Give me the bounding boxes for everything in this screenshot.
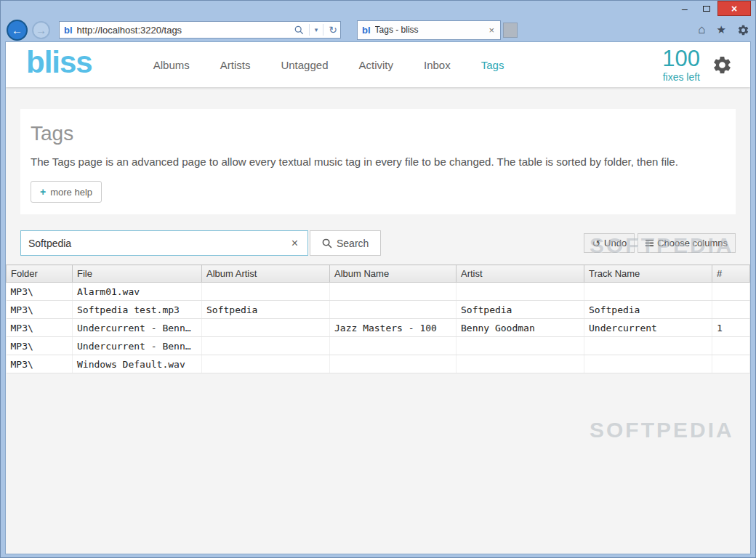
table-cell[interactable]: MP3\ [7,301,73,319]
table-cell[interactable]: MP3\ [7,355,73,373]
table-cell[interactable] [584,337,712,355]
table-cell[interactable] [202,319,330,337]
fixes-left-indicator[interactable]: 100 fixes left [662,47,700,82]
maximize-button[interactable] [696,1,717,16]
table-cell[interactable]: Undercurrent [584,319,712,337]
table-cell[interactable] [457,337,584,355]
browser-tab[interactable]: bl Tags - bliss × [357,20,501,40]
undo-label: Undo [604,238,627,248]
table-cell[interactable] [712,283,750,301]
choose-columns-button[interactable]: Choose columns [638,233,736,253]
table-cell[interactable]: MP3\ [7,319,73,337]
tab-close-icon[interactable]: × [487,25,496,36]
nav-item-untagged[interactable]: Untagged [281,59,328,71]
column-header-album-name[interactable]: Album Name [330,265,457,283]
browser-settings-gear-icon[interactable] [737,24,749,36]
table-row[interactable]: MP3\Undercurrent - Benn…Jazz Masters - 1… [7,319,750,337]
refresh-icon[interactable]: ↻ [329,24,337,36]
table-cell[interactable] [457,283,584,301]
search-button[interactable]: Search [310,230,381,256]
maximize-icon [703,6,710,12]
nav-item-activity[interactable]: Activity [358,59,393,71]
window-controls: – × [674,1,751,16]
site-favicon: bl [64,25,73,36]
tags-table: FolderFileAlbum ArtistAlbum NameArtistTr… [6,264,750,373]
plus-icon: + [40,186,46,198]
column-header-track-name[interactable]: Track Name [584,265,712,283]
page-content: bliss AlbumsArtistsUntaggedActivityInbox… [5,41,751,554]
nav-item-inbox[interactable]: Inbox [424,59,451,71]
table-row[interactable]: MP3\Windows Default.wav [7,355,750,373]
table-cell[interactable] [330,283,457,301]
table-cell[interactable] [712,355,750,373]
url-text[interactable]: http://localhost:3220/tags [77,25,294,36]
home-icon[interactable]: ⌂ [698,23,705,37]
nav-item-albums[interactable]: Albums [153,59,190,71]
table-cell[interactable] [330,301,457,319]
column-header-number[interactable]: # [712,265,750,283]
table-cell[interactable]: Alarm01.wav [73,283,202,301]
table-cell[interactable]: Softpedia test.mp3 [73,301,202,319]
nav-item-artists[interactable]: Artists [220,59,251,71]
table-cell[interactable] [712,337,750,355]
choose-columns-label: Choose columns [657,238,728,248]
table-cell[interactable]: Undercurrent - Benn… [73,337,202,355]
table-cell[interactable]: Windows Default.wav [73,355,202,373]
table-cell[interactable] [202,337,330,355]
column-header-album-artist[interactable]: Album Artist [202,265,330,283]
bliss-logo[interactable]: bliss [26,45,92,80]
browser-back-button[interactable]: ← [7,20,28,41]
table-cell[interactable]: Jazz Masters - 100 [330,319,457,337]
table-row[interactable]: MP3\Alarm01.wav [7,283,750,301]
forward-arrow-icon: → [36,24,47,36]
column-header-file[interactable]: File [73,265,202,283]
table-cell[interactable]: Softpedia [457,301,584,319]
new-tab-button[interactable] [503,23,518,38]
minimize-button[interactable]: – [674,1,696,16]
tab-favicon: bl [362,25,371,36]
search-icon[interactable] [294,25,304,35]
search-input[interactable] [21,231,282,255]
autocomplete-dropdown-icon[interactable]: ▾ [315,26,318,33]
table-cell[interactable] [584,283,712,301]
minimize-icon: – [682,3,688,15]
table-cell[interactable]: MP3\ [7,337,73,355]
tags-intro-card: Tags The Tags page is an advanced page t… [20,109,736,214]
table-cell[interactable] [202,283,330,301]
column-header-artist[interactable]: Artist [457,265,584,283]
table-cell[interactable]: Softpedia [202,301,330,319]
favorites-star-icon[interactable]: ★ [717,23,726,36]
column-header-folder[interactable]: Folder [7,265,73,283]
app-settings-button[interactable] [712,54,733,76]
table-cell[interactable] [584,355,712,373]
table-cell[interactable]: MP3\ [7,283,73,301]
tab-title: Tags - bliss [375,25,488,35]
main-nav: AlbumsArtistsUntaggedActivityInboxTags [153,59,535,71]
more-help-button[interactable]: + more help [31,181,102,203]
fixes-label: fixes left [662,72,700,82]
table-cell[interactable] [457,355,584,373]
table-cell[interactable] [330,337,457,355]
table-header-row: FolderFileAlbum ArtistAlbum NameArtistTr… [7,265,750,283]
address-bar[interactable]: bl http://localhost:3220/tags ▾ ↻ [59,21,341,39]
divider [323,24,323,36]
table-cell[interactable] [330,355,457,373]
fixes-count: 100 [662,47,700,70]
table-row[interactable]: MP3\Undercurrent - Benn… [7,337,750,355]
table-cell[interactable]: Softpedia [584,301,712,319]
settings-gear-icon [712,54,733,76]
table-cell[interactable] [712,301,750,319]
table-cell[interactable]: Benny Goodman [457,319,584,337]
table-cell[interactable]: Undercurrent - Benn… [73,319,202,337]
browser-forward-button[interactable]: → [32,21,50,39]
table-cell[interactable]: 1 [712,319,750,337]
nav-item-tags[interactable]: Tags [481,59,504,71]
search-button-label: Search [337,238,369,249]
table-cell[interactable] [202,355,330,373]
close-button[interactable]: × [717,1,751,16]
undo-icon: ↺ [592,238,600,249]
undo-button[interactable]: ↺ Undo [584,233,635,253]
title-bar: – × [1,1,755,20]
table-row[interactable]: MP3\Softpedia test.mp3SoftpediaSoftpedia… [7,301,750,319]
clear-search-icon[interactable]: × [282,237,307,250]
